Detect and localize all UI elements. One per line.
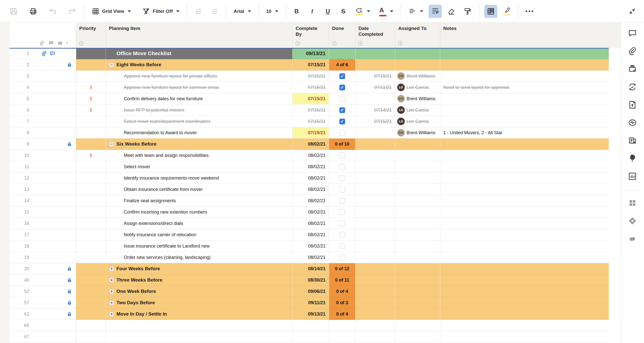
priority-cell[interactable] [76, 48, 106, 59]
undo-button[interactable] [46, 5, 59, 18]
clear-format-button[interactable] [445, 5, 458, 18]
row-tools-header[interactable]: i [10, 23, 76, 48]
date-completed-cell[interactable]: 07/11/21 [355, 82, 395, 93]
priority-cell[interactable] [76, 331, 106, 342]
info-icon[interactable]: i [79, 41, 84, 46]
row-header[interactable]: 40 [10, 275, 76, 286]
complete-by-cell[interactable]: 09/13/21 [293, 48, 329, 59]
row-header[interactable]: 14 [10, 195, 76, 207]
done-cell[interactable] [329, 195, 355, 207]
planning-item-cell[interactable] [106, 320, 293, 331]
assigned-to-cell[interactable] [395, 218, 440, 229]
priority-cell[interactable] [76, 252, 106, 263]
assigned-to-cell[interactable] [395, 161, 440, 173]
highlight-changes-button[interactable] [501, 5, 513, 18]
row-header[interactable]: 5 [10, 93, 76, 105]
date-completed-cell[interactable] [355, 275, 395, 286]
premium-apps-button[interactable] [628, 216, 637, 226]
done-checkbox[interactable] [339, 187, 345, 192]
done-checkbox[interactable] [339, 164, 345, 170]
priority-cell[interactable] [76, 241, 106, 252]
notes-cell[interactable] [440, 173, 609, 184]
done-cell[interactable]: 0 of 3 [329, 297, 355, 308]
row-header[interactable]: 19 [10, 252, 76, 263]
notes-cell[interactable] [440, 320, 609, 331]
expand-toggle[interactable]: + [109, 266, 114, 271]
assigned-to-cell[interactable]: LGLori Garcia [395, 105, 440, 116]
row-header[interactable]: 67 [10, 331, 76, 342]
date-completed-cell[interactable] [355, 48, 395, 59]
assigned-to-cell[interactable]: BWBrent Williams [395, 127, 440, 139]
row-header[interactable]: 11 [10, 161, 76, 173]
planning-item-cell[interactable]: Confirm incoming new extention numbers [106, 207, 293, 218]
assigned-to-cell[interactable] [395, 229, 440, 241]
attachment-icon[interactable] [41, 51, 47, 56]
done-cell[interactable]: ✓ [329, 105, 355, 116]
row-header[interactable]: 52 [10, 286, 76, 297]
assignee-avatar[interactable]: BW [397, 72, 405, 80]
row-header[interactable]: 10 [10, 150, 76, 161]
date-completed-cell[interactable] [355, 207, 395, 218]
notes-cell[interactable] [440, 241, 609, 252]
priority-cell[interactable]: ! [76, 82, 106, 93]
planning-item-cell[interactable]: Meet with team and assign responsibiliti… [106, 150, 293, 161]
done-cell[interactable] [329, 218, 355, 229]
done-checkbox[interactable]: ✓ [339, 73, 345, 79]
done-checkbox[interactable] [339, 130, 345, 136]
priority-cell[interactable] [76, 71, 106, 82]
expand-toggle[interactable]: + [109, 289, 114, 294]
planning-item-cell[interactable]: Order new services (cleaning, landscapin… [106, 252, 293, 263]
date-completed-cell[interactable]: 07/15/21 [355, 116, 395, 127]
planning-item-cell[interactable]: +Four Weeks Before [106, 263, 293, 275]
column-header-done[interactable]: Done i [329, 23, 355, 48]
comments-panel-button[interactable] [628, 28, 637, 38]
priority-cell[interactable] [76, 263, 106, 275]
row-header[interactable]: 17 [10, 229, 76, 241]
planning-item-cell[interactable]: Select move team/department coordinators [106, 116, 293, 127]
date-completed-cell[interactable] [355, 218, 395, 229]
planning-item-cell[interactable]: Identify insurance requirements-move wee… [106, 173, 293, 184]
bold-button[interactable]: B [291, 6, 302, 17]
notes-cell[interactable] [440, 218, 609, 229]
row-header[interactable]: 6 [10, 105, 76, 116]
notes-cell[interactable] [440, 161, 609, 173]
assigned-to-cell[interactable] [395, 59, 440, 71]
done-cell[interactable] [329, 48, 355, 59]
planning-item-cell[interactable]: +Move In Day / Settle In [106, 308, 293, 320]
planning-item-cell[interactable]: +Two Days Before [106, 297, 293, 308]
underline-button[interactable]: U [322, 6, 333, 17]
date-completed-cell[interactable] [355, 320, 395, 331]
complete-by-cell[interactable]: 08/02/21 [293, 241, 329, 252]
assigned-to-cell[interactable] [395, 195, 440, 207]
date-completed-cell[interactable] [355, 263, 395, 275]
assignee-avatar[interactable]: BW [397, 129, 405, 136]
planning-item-cell[interactable]: +One Week Before [106, 286, 293, 297]
row-header[interactable]: 7 [10, 116, 76, 127]
row-header[interactable]: 66 [10, 320, 76, 331]
planning-item-cell[interactable] [106, 331, 293, 342]
getting-started-button[interactable] [628, 154, 637, 163]
notes-cell[interactable] [440, 184, 609, 195]
priority-cell[interactable] [76, 207, 106, 218]
notes-cell[interactable] [440, 105, 609, 116]
activity-log-button[interactable] [628, 118, 637, 127]
priority-cell[interactable] [76, 297, 106, 308]
align-button[interactable] [406, 5, 426, 18]
notes-cell[interactable] [440, 297, 609, 308]
assigned-to-cell[interactable]: BWBrent Williams [395, 93, 440, 105]
view-selector[interactable]: Grid View [89, 5, 133, 18]
complete-by-cell[interactable]: 08/02/21 [293, 218, 329, 229]
proofs-panel-button[interactable] [628, 64, 637, 74]
charts-button[interactable] [628, 172, 637, 181]
row-header[interactable]: 18 [10, 241, 76, 252]
comment-icon[interactable] [50, 51, 55, 56]
planning-item-cell[interactable]: Issue RFP to potential movers [106, 105, 293, 116]
priority-cell[interactable] [76, 184, 106, 195]
notes-cell[interactable] [440, 139, 609, 150]
assigned-to-cell[interactable] [395, 263, 440, 275]
notes-cell[interactable] [440, 195, 609, 207]
assigned-to-cell[interactable] [395, 150, 440, 161]
italic-button[interactable]: I [307, 6, 318, 17]
column-header-notes[interactable]: Notes [440, 23, 609, 48]
collapse-toggle[interactable]: − [109, 142, 114, 147]
